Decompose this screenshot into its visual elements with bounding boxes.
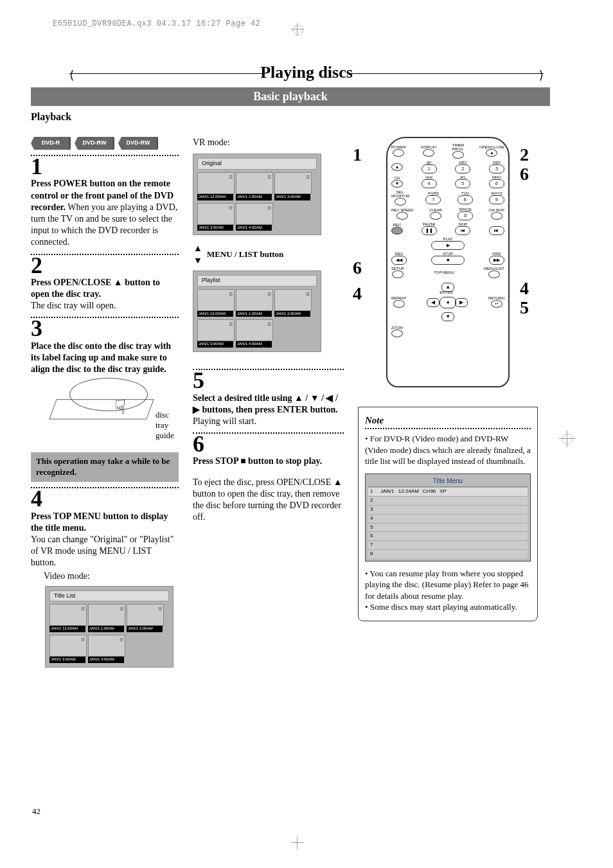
- section-heading: Playback: [31, 111, 582, 123]
- step-6-text: Press STOP ■ button to stop play. To eje…: [193, 456, 344, 523]
- page-number: 42: [32, 806, 40, 817]
- remote-control-diagram: POWER DISPLAY TIMER PROG. OPEN/CLOSE▲ ▲ …: [386, 137, 510, 387]
- vr-mode-label: VR mode:: [193, 137, 344, 148]
- callout-5-right: 5: [520, 296, 529, 319]
- title-menu-panel: Title Menu 1JAN/112:24AMCH96XP 2 3 4 5 6…: [365, 474, 531, 562]
- enter-button: ●: [440, 297, 456, 308]
- column-3: 1 2 6 6 4 4 5 POWER DISPLAY TIMER PROG. …: [358, 137, 538, 675]
- step-3-number: 3: [31, 318, 179, 339]
- note-p1: • For DVD-R (Video mode) and DVD-RW (Vid…: [365, 433, 531, 467]
- callout-1: 1: [353, 143, 362, 166]
- disc-tray-illustration: ☟ disc tray guide: [53, 378, 175, 448]
- power-button: [393, 149, 404, 157]
- note-box: Note • For DVD-R (Video mode) and DVD-RW…: [358, 407, 538, 621]
- callout-6-left: 6: [353, 256, 362, 279]
- registration-mark-bottom: [291, 837, 304, 849]
- step-2-number: 2: [31, 255, 179, 276]
- note-p3: • Some discs may start playing automatic…: [365, 601, 531, 613]
- column-2: VR mode: Original JAN/1 12:00AM JAN/1 1:…: [193, 137, 344, 675]
- subtitle-bar: Basic playback: [31, 87, 550, 106]
- original-panel: Original JAN/1 12:00AM JAN/1 1:00AM JAN/…: [193, 154, 321, 235]
- step-3-text: Place the disc onto the disc tray with i…: [31, 341, 179, 376]
- page-title-banner: ⟨ Playing discs ⟩: [31, 63, 582, 82]
- step-1-number: 1: [31, 156, 179, 177]
- play-button: ▶: [431, 241, 465, 250]
- note-title: Note: [365, 414, 531, 427]
- dpad: ▲ ▼ ◀ ▶ ● ENTER: [422, 283, 473, 321]
- step-1-text: Press POWER button on the remote control…: [31, 178, 179, 248]
- note-p2: • You can resume play from where you sto…: [365, 568, 531, 602]
- badge-dvd-rw-vr: VRDVD-RW: [118, 137, 158, 150]
- disc-type-badges: DVD-R VideoDVD-RW VRDVD-RW: [31, 137, 179, 150]
- step-4-number: 4: [31, 488, 179, 509]
- registration-mark-right: [559, 430, 576, 447]
- playlist-panel: Playlist JAN/1 12:00AM JAN/1 1:00AM JAN/…: [193, 270, 321, 352]
- badge-dvd-r: DVD-R: [31, 137, 71, 150]
- updown-arrows-icon: ▲▼: [193, 243, 203, 266]
- step-6-number: 6: [193, 434, 344, 454]
- step-4-text: Press TOP MENU button to display the tit…: [31, 511, 179, 582]
- callout-4-left: 4: [353, 282, 362, 305]
- open-close-button: ▲: [486, 149, 497, 157]
- column-1: DVD-R VideoDVD-RW VRDVD-RW 1 Press POWER…: [31, 137, 179, 675]
- title-list-panel: Title List JAN/1 12:00AM JAN/1 1:00AM JA…: [45, 586, 173, 668]
- page-title: Playing discs: [260, 63, 353, 82]
- step-5-number: 5: [193, 370, 344, 391]
- doc-info-header: E6501UD_DVR90DEA.qx3 04.3.17 16:27 Page …: [31, 19, 582, 28]
- step-2-text: Press OPEN/CLOSE ▲ button to open the di…: [31, 277, 179, 312]
- callout-6-right-top: 6: [520, 163, 529, 186]
- warning-box: This operation may take a while to be re…: [31, 452, 179, 482]
- registration-mark-top: [291, 23, 304, 36]
- badge-dvd-rw-video: VideoDVD-RW: [75, 137, 114, 150]
- stop-button: ■: [431, 256, 465, 265]
- menu-list-button-label: ▲▼ MENU / LIST button: [193, 243, 344, 266]
- step-5-text: Select a desired title using ▲ / ▼ / ◀ /…: [193, 393, 344, 428]
